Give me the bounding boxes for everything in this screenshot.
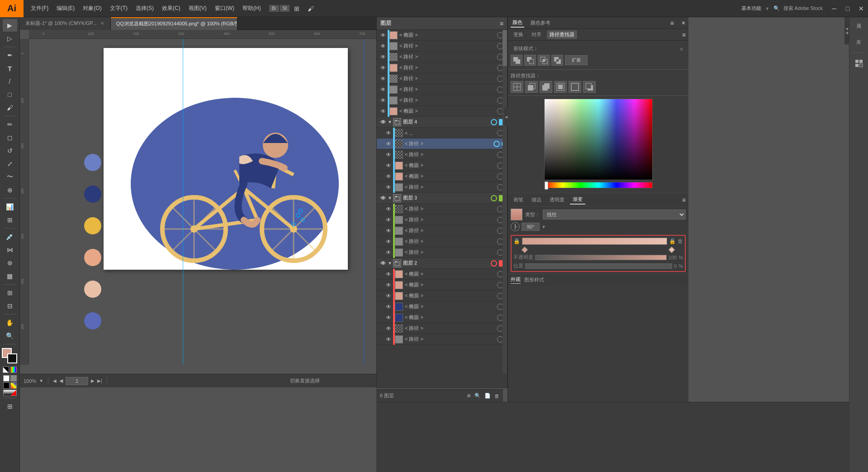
menu-help[interactable]: 帮助(H) [239,3,265,14]
intersect-btn[interactable] [538,55,550,66]
menu-type[interactable]: 文字(T) [106,3,131,14]
eraser-tool[interactable]: ◻ [3,131,17,144]
close-button[interactable]: ✕ [854,0,868,17]
layer-row[interactable]: 👁 < 路径 > [377,73,507,84]
layer-row[interactable]: 👁 < 椭圆 > [377,171,507,182]
swatch-multi[interactable] [10,382,17,389]
exclude-btn[interactable] [551,55,563,66]
properties-btn[interactable]: 属 [851,19,867,33]
layer-row[interactable]: 👁 < 路径 > [377,215,507,225]
layer-row[interactable]: 👁 < 椭圆 > [377,280,507,291]
layer-row-selected[interactable]: 👁 < 路径 > [377,138,507,149]
layer-row[interactable]: 👁 < 椭圆 > [377,291,507,301]
shape-mode-menu[interactable]: ≡ [680,46,683,52]
layer-visibility[interactable]: 👁 [379,260,388,267]
minimize-button[interactable]: ─ [827,0,841,17]
layer-group-4[interactable]: 👁 ▼ 图层 4 [377,117,507,128]
layer-group-2[interactable]: 👁 ▼ 图层 2 [377,258,507,269]
zoom-dropdown[interactable]: ▼ [39,378,43,383]
type-tool[interactable]: T [3,62,17,75]
swatch-bw[interactable] [3,390,17,396]
layer-row[interactable]: 👁 < 椭圆 > [377,312,507,323]
gradient-delete-icon[interactable]: 🗑 [678,238,683,244]
library-btn[interactable]: 库 [851,35,867,49]
swatch-white[interactable] [3,375,9,381]
paint-icon[interactable]: 🖌 [304,3,318,14]
tab-figure-style[interactable]: 图形样式 [524,277,544,283]
layers-new-layer[interactable]: 📄 [484,393,491,399]
paintbrush-tool[interactable]: 🖌 [3,101,17,114]
layers-delete-layer[interactable]: 🗑 [494,393,499,399]
merge-btn[interactable] [540,81,552,93]
layer-row[interactable]: 👁 < 椭圆 > [377,269,507,280]
layer-visibility[interactable]: 👁 [379,86,388,93]
layer-target-circle[interactable] [491,195,497,201]
warp-tool[interactable]: 〜 [3,171,17,183]
gradient-angle-input[interactable] [522,223,540,231]
trim-btn[interactable] [525,81,538,93]
layer-row[interactable]: 👁 < 路径 > [377,182,507,193]
scale-tool[interactable]: ⤢ [3,157,17,170]
maximize-button[interactable]: □ [841,0,854,17]
menu-window[interactable]: 窗口(W) [211,3,238,14]
symbol-sprayer-tool[interactable]: ⊛ [3,257,17,269]
layer-row[interactable]: 👁 < 路径 > [377,62,507,73]
pen-tool[interactable]: ✒ [3,49,17,62]
menu-edit[interactable]: 编辑(E) [53,3,78,14]
layer-visibility[interactable]: 👁 [379,43,388,49]
layer-row[interactable]: 👁 < 椭圆 > [377,106,507,117]
search-stock[interactable]: 搜索 Adobe Stock [783,5,823,12]
stock-icon[interactable]: St [280,5,289,12]
workspace-selector[interactable]: 基本功能 [741,5,761,12]
layer-row[interactable]: 👁 < 路径 > [377,323,507,334]
layer-visibility[interactable]: 👁 [384,217,393,223]
layer-visibility[interactable]: 👁 [384,304,393,310]
menu-effect[interactable]: 效果(C) [158,3,184,14]
layers-make-mask[interactable]: ⊕ [467,393,471,399]
layer-visibility[interactable]: 👁 [384,282,393,288]
fill-stroke-indicator[interactable] [2,348,18,364]
layer-visibility[interactable]: 👁 [384,162,393,169]
expand-button[interactable]: 扩展 [565,55,588,65]
tab-pathfinder[interactable]: 路径查找器 [547,30,577,39]
angle-dropdown[interactable]: ▼ [541,224,546,229]
layer-visibility[interactable]: 👁 [379,108,388,114]
layer-expand-arrow[interactable]: ▼ [388,195,392,200]
panel-close[interactable]: ✕ [681,20,686,26]
position-track[interactable] [525,263,672,269]
menu-view[interactable]: 视图(V) [185,3,210,14]
layer-row[interactable]: 👁 < 椭圆 > [377,160,507,171]
eyedropper-tool[interactable]: 💉 [3,230,17,243]
layers-scrollbar-thumb[interactable] [503,30,507,66]
layer-row[interactable]: 👁 < 路径 > [377,334,507,345]
tab-transform[interactable]: 变换 [511,30,526,39]
layer-row[interactable]: 👁 < 路径 > [377,84,507,95]
tab-color[interactable]: 颜色 [511,18,524,28]
pencil-tool[interactable]: ✏ [3,118,17,131]
layers-scrollbar[interactable] [503,30,507,374]
width-tool[interactable]: ⊕ [3,184,17,196]
layer-expand-arrow[interactable]: ▼ [388,261,392,266]
layer-visibility[interactable]: 👁 [384,152,393,158]
layer-visibility[interactable]: 👁 [384,228,393,234]
tab-qq[interactable]: QQ浏览器截图20190929144005.png* @ 100% (RGB/预… [111,17,237,30]
layer-visibility[interactable]: 👁 [379,76,388,82]
tab-brush[interactable]: 画笔 [511,195,526,204]
gradient-bar[interactable] [522,238,667,245]
cc-libraries-btn[interactable] [851,57,867,70]
hand-tool[interactable]: ✋ [3,316,17,329]
hue-slider[interactable] [544,182,653,188]
layer-visibility[interactable]: 👁 [384,336,393,343]
right-collapse-handle[interactable]: ◀◀ [844,17,849,44]
layer-visibility[interactable]: 👁 [384,249,393,256]
outline-btn[interactable] [569,81,581,93]
tab-color-ref[interactable]: 颜色参考 [529,19,552,27]
minus-back-btn[interactable] [583,81,596,93]
layer-row[interactable]: 👁 < 椭圆 > [377,301,507,312]
layer-row[interactable]: 👁 < ... [377,128,507,138]
layer-group-3[interactable]: 👁 ▼ 图层 3 [377,193,507,204]
layer-target-circle[interactable] [493,141,500,147]
gradient-preview-swatch[interactable] [511,209,522,220]
edit-artboards-btn[interactable]: ⊞ [3,400,17,413]
prev-artboard[interactable]: ◀ [53,378,57,383]
